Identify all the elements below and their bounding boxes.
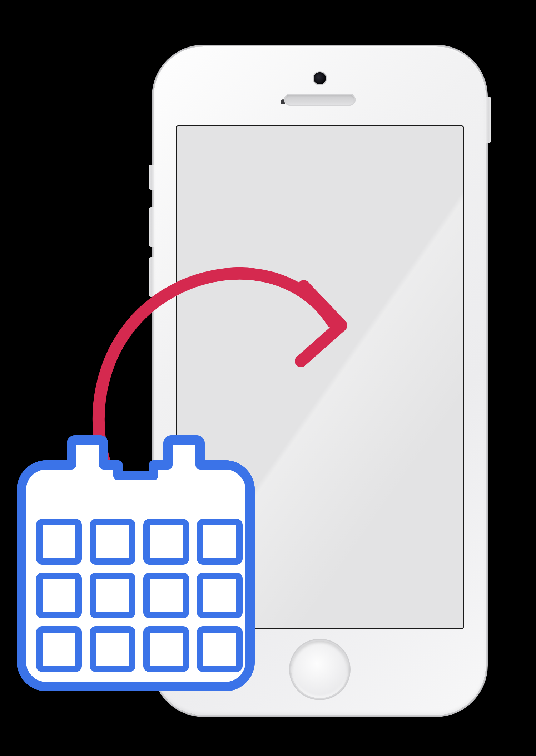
phone-home-button [291,641,348,698]
phone-front-camera-icon [314,72,326,84]
illustration-canvas [0,0,536,756]
calendar-icon [14,426,257,690]
phone-mute-switch [149,165,154,190]
phone-power-button [486,97,491,143]
phone-earpiece-icon [284,94,356,106]
phone-volume-up [149,207,154,247]
